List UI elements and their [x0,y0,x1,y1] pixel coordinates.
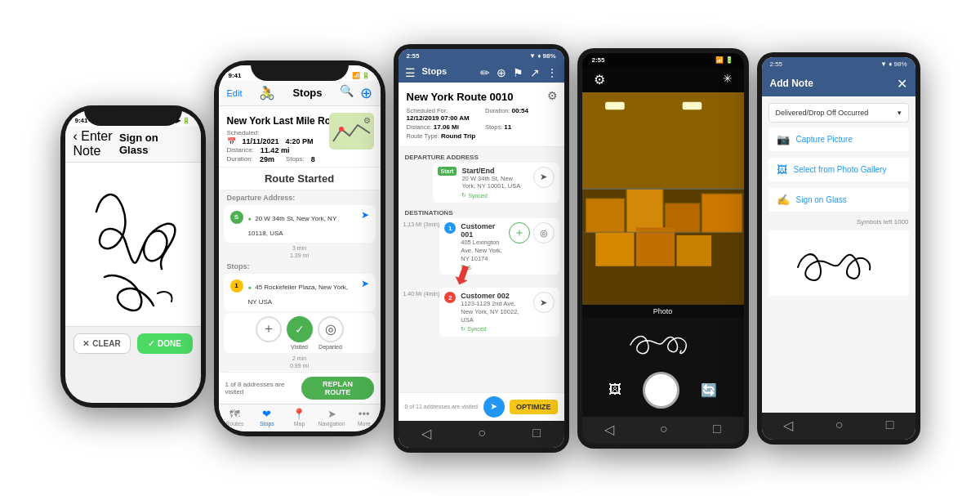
phone4-inner: 2:55 📶 🔋 ⚙ ✳ [582,53,744,444]
add-action-btn[interactable]: ＋ [256,316,282,350]
clear-button[interactable]: ✕ CLEAR [74,333,131,354]
android-footer-text: 0 of 11 addresses are visited [405,404,479,409]
search-icon[interactable]: 🔍 [340,84,354,102]
phone5-status: 2:55 ▼ ♦ 98% [762,57,915,71]
navigate-btn-start[interactable]: ➤ [533,167,555,188]
route-started-banner: Route Started [219,168,381,190]
meta-stops: Stops: 11 [485,123,556,131]
sign-glass-option[interactable]: ✍ Sign on Glass [768,188,909,212]
phone3-time: 2:55 [407,52,420,60]
phone3-toolbar: ☰ Stops ✏ ⊕ ⚑ ↗ ⋮ [399,63,564,83]
svg-rect-8 [595,232,634,266]
flash-icon[interactable]: ✳ [723,72,733,87]
tab-stops[interactable]: ❤ Stops [251,408,283,427]
svg-rect-4 [586,199,624,232]
phone-ios-stops: 9:41 📶 🔋 Edit 🚴 Stops 🔍 ⊕ New York Last … [214,60,385,436]
back-btn-p4[interactable]: ◁ [604,422,614,437]
camera-signature-area [582,318,744,364]
stops-scroll-area[interactable]: Departure Address: S ● 20 W 34th St, New… [219,190,381,372]
phone2-nav-icons: 🔍 ⊕ [340,84,372,102]
add-action-android[interactable]: ＋ [509,222,530,244]
fingerprint-icon[interactable]: ◎ [318,316,344,342]
tab-routes[interactable]: 🗺 Routes [219,408,252,427]
tab-more[interactable]: ••• More [348,408,381,427]
gear-icon[interactable]: ⚙ [547,89,558,102]
visited-action-btn[interactable]: ✓ Visited [287,316,313,350]
back-nav-btn[interactable]: ◁ [421,426,431,441]
phone3-inner: 2:55 ▼ ♦ 98% ☰ Stops ✏ ⊕ ⚑ ↗ ⋮ New York … [399,49,564,448]
home-nav-btn[interactable]: ○ [478,426,486,440]
phone5-bottom-nav: ◁ ○ □ [762,413,915,440]
start-dot: S [230,211,243,224]
departed-action-btn[interactable]: ◎ Departed [318,316,344,350]
signature-area[interactable] [65,163,201,326]
add-icon[interactable]: ⊕ [360,84,372,102]
phone2-nav-title: Stops [292,87,322,99]
note-signature-svg [790,239,888,288]
duration-val: 29m [260,155,274,163]
hamburger-icon[interactable]: ☰ [405,66,416,79]
start-stop-actions: ➤ [533,167,555,188]
recent-btn-p5[interactable]: □ [886,418,894,433]
camera-top-bar: ⚙ ✳ [582,67,744,92]
dist3-label: 2 min [219,355,381,362]
navigate-btn-c2[interactable]: ➤ [533,292,555,313]
camera-settings-icon[interactable]: ⚙ [594,72,605,87]
warehouse-scene [582,92,744,305]
shutter-button[interactable] [643,372,679,409]
stops-val: 11 [504,123,511,131]
replan-route-button[interactable]: REPLAN ROUTE [301,377,373,400]
duration-val: 00:54 [512,107,528,114]
recent-btn-p4[interactable]: □ [713,422,721,437]
optimize-button[interactable]: OPTIMIZE [510,400,558,414]
edit-button[interactable]: Edit [227,88,243,98]
route-type-val: Round Trip [441,132,475,140]
chars-counter: Symbols left 1000 [768,218,909,226]
android-footer: 0 of 11 addresses are visited ➤ OPTIMIZE [399,392,564,421]
meta-distance: Distance: 17.06 Mi [407,123,478,131]
dist1-col: 1.13 Mi (3min) [403,218,440,227]
capture-picture-option[interactable]: 📷 Capture Picture [768,127,909,151]
recent-nav-btn[interactable]: □ [532,426,541,440]
more-vert-icon[interactable]: ⋮ [546,66,558,79]
done-button[interactable]: ✓ DONE [137,333,193,354]
svg-rect-5 [626,189,663,232]
phone-add-note: 2:55 ▼ ♦ 98% Add Note ✕ Delivered/Drop O… [757,52,920,445]
edit-icon[interactable]: ✏ [480,66,490,79]
settings-icon[interactable]: ⚙ [363,116,371,125]
home-btn-p5[interactable]: ○ [835,418,844,433]
dropdown-value: Delivered/Drop Off Occurred [776,109,869,117]
visited-check-icon[interactable]: ✓ [287,316,313,342]
gallery-label: Select from Photo Gallery [794,165,887,174]
phone3-status-icons: ▼ ♦ 98% [529,52,555,60]
phone5-time: 2:55 [770,60,783,68]
note-type-dropdown[interactable]: Delivered/Drop Off Occurred ▾ [768,103,909,123]
home-btn-p4[interactable]: ○ [660,422,668,437]
calendar-icon: 📅 [227,137,236,145]
customer1-badge: 1 [444,222,456,234]
tab-navigation[interactable]: ➤ Navigation [315,408,348,427]
svg-rect-10 [676,235,711,266]
phone4-status: 2:55 📶 🔋 [582,53,744,67]
back-button[interactable]: ‹ Enter Note [74,129,119,159]
add-note-title: Add Note [770,78,813,89]
tab-map[interactable]: 📍 Map [283,408,316,427]
android-stop-list[interactable]: Departure Address Start Start/End 20 W 3… [399,147,564,392]
flag-icon[interactable]: ⚑ [513,66,523,79]
flip-camera-icon[interactable]: 🔄 [701,382,717,398]
svg-rect-7 [702,194,742,232]
navigate-icon-start[interactable]: ➤ [361,209,369,221]
fingerprint-btn[interactable]: ◎ [533,222,555,244]
select-gallery-option[interactable]: 🖼 Select from Photo Gallery [768,158,909,181]
close-button[interactable]: ✕ [897,76,907,92]
share-icon[interactable]: ↗ [530,66,540,79]
gallery-option-icon: 🖼 [777,163,787,176]
add-circle-icon[interactable]: ＋ [256,316,282,342]
note-signature-area[interactable] [768,230,909,296]
gallery-icon[interactable]: 🖼 [608,382,621,397]
navigate-arrow-btn[interactable]: ➤ [483,396,505,418]
navigate-icon-1[interactable]: ➤ [361,278,369,289]
back-btn-p5[interactable]: ◁ [783,418,793,433]
camera-viewfinder [582,92,744,305]
add-stop-icon[interactable]: ⊕ [497,66,506,79]
